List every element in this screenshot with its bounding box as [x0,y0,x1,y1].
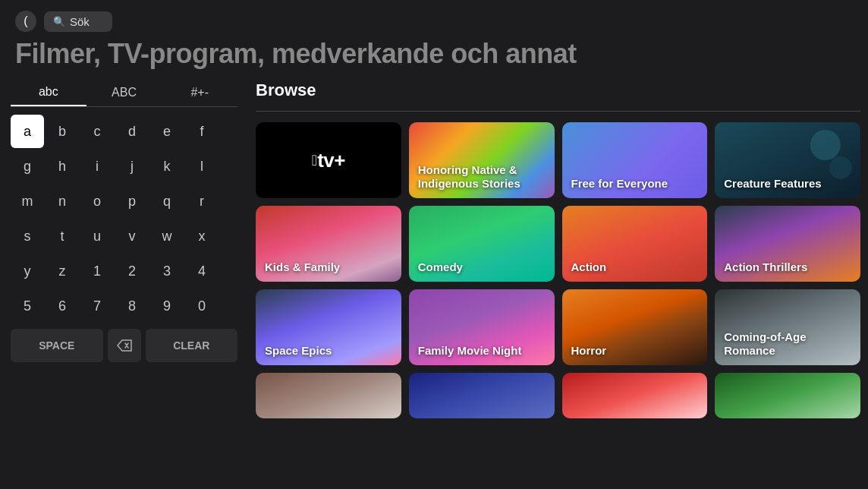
key-4[interactable]: 4 [185,254,219,288]
card-free-label: Free for Everyone [571,177,668,191]
key-y[interactable]: y [11,254,44,288]
card-bottom3[interactable] [562,373,708,418]
card-action-thrillers-label: Action Thrillers [724,260,807,274]
card-space[interactable]: Space Epics [256,289,401,365]
card-horror-label: Horror [571,344,607,358]
card-comedy[interactable]: Comedy [409,206,555,282]
key-j[interactable]: j [115,150,149,183]
card-family-movie[interactable]: Family Movie Night [409,289,555,365]
key-0[interactable]: 0 [185,289,219,323]
back-icon: ( [24,14,27,28]
card-bottom2[interactable] [409,373,555,418]
keyboard-special-row: SPACE CLEAR [11,329,237,362]
key-5[interactable]: 5 [11,289,44,323]
browse-title: Browse [256,80,860,100]
card-honoring[interactable]: Honoring Native & Indigenous Stories [409,122,555,198]
tab-uppercase[interactable]: ABC [86,80,162,106]
keyboard-row-3: m n o p q r [11,185,237,218]
card-kids[interactable]: Kids & Family [256,206,401,282]
keyboard-row-5: y z 1 2 3 4 [11,254,237,288]
key-q[interactable]: q [150,185,184,218]
card-kids-label: Kids & Family [265,260,340,274]
keyboard-tabs: abc ABC #+- [11,80,237,107]
key-e[interactable]: e [150,115,184,148]
key-a[interactable]: a [11,115,44,148]
key-r[interactable]: r [185,185,219,218]
keyboard-row-4: s t u v w x [11,219,237,253]
key-w[interactable]: w [150,219,184,253]
key-c[interactable]: c [80,115,114,148]
page-title: Filmer, TV-program, medverkande och anna… [0,38,868,80]
key-s[interactable]: s [11,219,44,253]
search-bar[interactable]: 🔍 Sök [44,11,112,32]
key-3[interactable]: 3 [150,254,184,288]
clear-key[interactable]: CLEAR [146,329,238,362]
browse-grid-bottom [256,373,860,418]
main-layout: abc ABC #+- a b c d e f g h i j k l [0,80,868,478]
key-v[interactable]: v [115,219,149,253]
card-bottom4[interactable] [715,373,860,418]
key-i[interactable]: i [80,150,114,183]
card-comedy-label: Comedy [418,260,463,274]
tab-lowercase[interactable]: abc [11,80,86,106]
keyboard-keys: a b c d e f g h i j k l m n o p q [11,115,237,323]
back-button[interactable]: ( [15,11,36,32]
card-free[interactable]: Free for Everyone [562,122,708,198]
key-d[interactable]: d [115,115,149,148]
key-1[interactable]: 1 [80,254,114,288]
card-action-label: Action [571,260,607,274]
search-icon: 🔍 [53,16,65,27]
key-9[interactable]: 9 [150,289,184,323]
svg-point-1 [810,130,841,160]
space-key[interactable]: SPACE [11,329,103,362]
key-x[interactable]: x [185,219,219,253]
browse-grid:  tv+ Honoring Native & Indigenous Stori… [256,122,860,365]
keyboard-row-1: a b c d e f [11,115,237,148]
key-z[interactable]: z [46,254,79,288]
appletv-logo:  tv+ [256,122,401,198]
card-creature-label: Creature Features [724,177,821,191]
card-space-label: Space Epics [265,344,332,358]
key-n[interactable]: n [46,185,79,218]
card-bottom1[interactable] [256,373,401,418]
key-m[interactable]: m [11,185,44,218]
key-k[interactable]: k [150,150,184,183]
key-6[interactable]: 6 [46,289,79,323]
key-g[interactable]: g [11,150,44,183]
keyboard-panel: abc ABC #+- a b c d e f g h i j k l [11,80,242,478]
key-p[interactable]: p [115,185,149,218]
key-b[interactable]: b [46,115,79,148]
key-8[interactable]: 8 [115,289,149,323]
keyboard-row-6: 5 6 7 8 9 0 [11,289,237,323]
key-l[interactable]: l [185,150,219,183]
svg-point-2 [829,156,852,179]
card-creature[interactable]: Creature Features [715,122,860,198]
card-coming-of-age-label: Coming-of-Age Romance [724,330,860,358]
card-action[interactable]: Action [562,206,708,282]
key-u[interactable]: u [80,219,114,253]
card-action-thrillers[interactable]: Action Thrillers [715,206,860,282]
header: ( 🔍 Sök [0,0,868,38]
card-family-movie-label: Family Movie Night [418,344,522,358]
key-h[interactable]: h [46,150,79,183]
key-o[interactable]: o [80,185,114,218]
card-appletv[interactable]:  tv+ [256,122,401,198]
browse-divider [256,111,860,112]
backspace-key[interactable] [108,329,141,362]
card-coming-of-age[interactable]: Coming-of-Age Romance [715,289,860,365]
key-f[interactable]: f [185,115,219,148]
card-honoring-label: Honoring Native & Indigenous Stories [418,163,555,191]
browse-panel: Browse  tv+ Honoring Native & Indigenou… [242,80,860,478]
tab-symbols[interactable]: #+- [162,80,237,106]
key-t[interactable]: t [46,219,79,253]
keyboard-row-2: g h i j k l [11,150,237,183]
key-2[interactable]: 2 [115,254,149,288]
card-horror[interactable]: Horror [562,289,708,365]
search-label: Sök [70,15,90,28]
key-7[interactable]: 7 [80,289,114,323]
